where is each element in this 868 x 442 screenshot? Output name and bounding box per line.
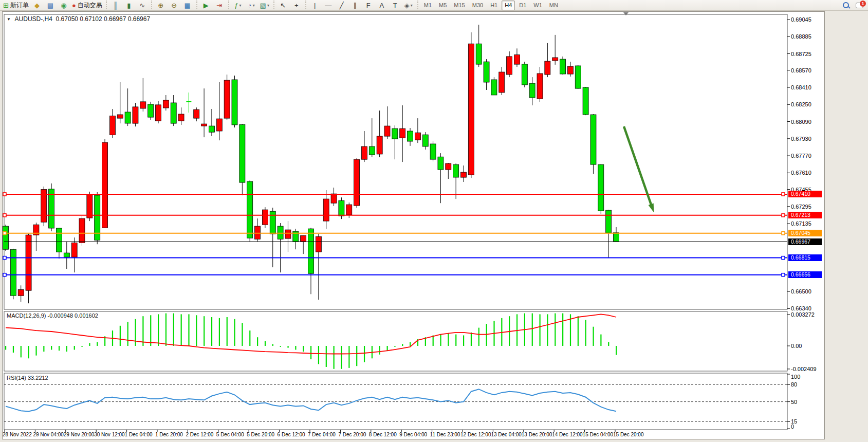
trend-arrow-line [624,126,651,205]
rsi-line [6,389,616,411]
indicators-button[interactable]: ƒ▾ [232,1,244,10]
macd-bar [585,320,586,346]
timeframe-h4-button[interactable]: H4 [502,1,515,10]
rsi-value: 33.2212 [28,375,48,381]
price-line-badge[interactable]: 0.66967 [788,238,822,245]
bear-candle [583,87,588,115]
price-chart-canvas[interactable] [0,0,868,442]
bar-chart-button[interactable]: ║ [109,1,122,10]
notifications-icon[interactable]: 1 [856,1,865,9]
line-anchor-marker[interactable] [3,273,6,277]
line-anchor-marker[interactable] [782,256,785,260]
vertical-line-icon: | [314,1,316,10]
chevron-down-icon[interactable]: ▾ [253,1,255,10]
trend-arrow-head[interactable] [649,203,654,212]
macd-bar [74,346,75,350]
market-watch-button[interactable]: ◆ [31,1,43,10]
horizontal-line-button[interactable]: — [322,1,335,10]
macd-bar [600,335,601,346]
cursor-icon: ↖ [280,1,286,10]
trendline-button[interactable]: ╱ [336,1,348,10]
tile-windows-icon: ▦ [184,1,191,10]
text-button[interactable]: A [376,1,388,10]
line-anchor-marker[interactable] [3,193,6,196]
auto-scroll-button[interactable]: ▶ [200,1,212,10]
zoom-out-icon: ⊖ [171,1,177,10]
line-anchor-marker[interactable] [782,214,785,217]
templates-button[interactable]: ▧▾ [258,1,271,10]
candles-series[interactable] [3,25,619,303]
cursor-button[interactable]: ↖ [277,1,289,10]
price-line-badge[interactable]: 0.67045 [788,230,822,236]
macd-bar [364,346,365,362]
macd-bar [448,334,449,346]
toolbar-separator [273,1,274,9]
search-icon[interactable] [842,1,851,9]
macd-bar [440,335,441,346]
crosshair-icon: + [294,1,299,10]
main-panel-frame [4,14,787,309]
timeframe-h1-button[interactable]: H1 [487,1,501,10]
arrows-button[interactable]: ◈▾ [402,1,415,10]
zoom-in-button[interactable]: ⊕ [155,1,167,10]
macd-bar [242,323,243,346]
price-line-badge[interactable]: 0.66656 [788,271,822,278]
periods-button[interactable]: ◔▾ [245,1,257,10]
macd-bar [51,346,52,350]
new-order-button[interactable]: ⊞新订单 [2,1,30,10]
timeframe-d1-button[interactable]: D1 [516,1,529,10]
chart-title: ▼ AUDUSD-,H4 0.67050 0.67102 0.66967 0.6… [7,15,150,23]
vertical-line-button[interactable]: | [309,1,321,10]
data-window-button[interactable]: ▤ [44,1,57,10]
tile-windows-button[interactable]: ▦ [181,1,194,10]
time-tick-label: 28 Nov 2022 [3,432,32,437]
line-anchor-marker[interactable] [782,232,785,235]
bull-candle [79,218,85,243]
timeframe-w1-button[interactable]: W1 [530,1,545,10]
chevron-down-icon[interactable]: ▾ [411,1,413,10]
chart-shift-marker[interactable] [623,12,629,15]
timeframe-mn-button[interactable]: MN [546,1,561,10]
line-anchor-marker[interactable] [782,273,785,277]
macd-bar [463,336,464,346]
zoom-out-button[interactable]: ⊖ [168,1,180,10]
macd-bar [379,346,380,355]
timeframe-m1-button[interactable]: M1 [421,1,435,10]
bull-candle [178,114,184,121]
macd-bar [257,337,258,346]
bear-candle [560,59,566,74]
time-tick-label: 2 Dec 12:00 [186,432,213,437]
price-line-badge[interactable]: 0.67213 [788,212,822,218]
bear-candle [209,126,214,132]
price-tick-label: 0.67135 [791,220,811,227]
equidistant-channel-button[interactable]: ∥ [349,1,361,10]
crosshair-button[interactable]: + [290,1,303,10]
price-line-badge[interactable]: 0.67410 [788,191,822,197]
chevron-down-icon[interactable]: ▼ [7,17,11,22]
chevron-down-icon[interactable]: ▾ [267,1,269,10]
fibonacci-button[interactable]: F [362,1,375,10]
time-tick-label: 7 Dec 04:00 [308,432,336,437]
autotrading-button[interactable]: ●自动交易 [71,1,103,10]
macd-bar [272,344,273,346]
line-anchor-marker[interactable] [782,193,785,196]
price-line-badge[interactable]: 0.66815 [788,254,822,261]
macd-bar [82,346,83,347]
line-anchor-marker[interactable] [3,256,6,260]
candlestick-chart-button[interactable]: ▮ [123,1,135,10]
timeframe-m30-button[interactable]: M30 [469,1,486,10]
bear-candle [171,103,176,123]
navigator-button[interactable]: ◉ [58,1,70,10]
macd-bar [303,346,304,352]
toolbar-separator [151,1,152,9]
timeframe-m5-button[interactable]: M5 [436,1,450,10]
line-anchor-marker[interactable] [3,214,6,217]
text-label-button[interactable]: T [389,1,401,10]
chart-shift-button[interactable]: ⇥ [213,1,226,10]
line-anchor-marker[interactable] [3,232,6,235]
line-chart-button[interactable]: ∿ [136,1,149,10]
timeframe-m15-button[interactable]: M15 [451,1,468,10]
chevron-down-icon[interactable]: ▾ [239,1,241,10]
macd-bar [486,324,487,346]
trendline-icon: ╱ [340,1,344,10]
